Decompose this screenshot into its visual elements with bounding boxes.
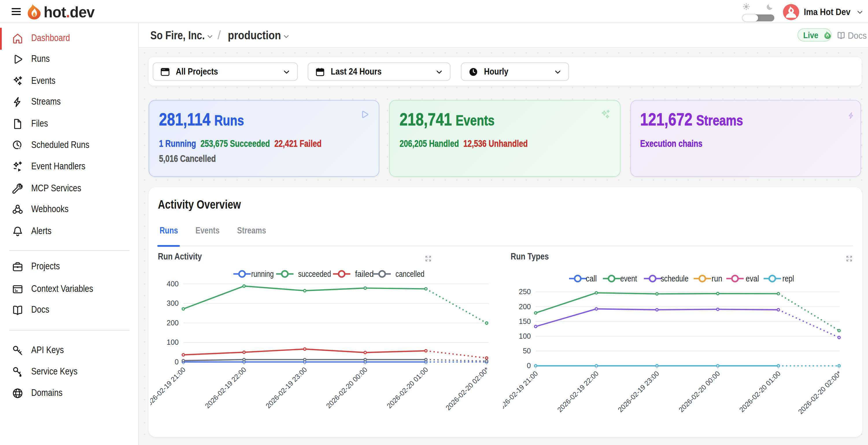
svg-text:2026-02-20 02:00*: 2026-02-20 02:00* (797, 369, 843, 416)
svg-text:400: 400 (166, 280, 179, 288)
svg-text:succeeded: succeeded (298, 269, 331, 279)
svg-text:2026-02-20 00:00: 2026-02-20 00:00 (677, 369, 721, 414)
svg-text:100: 100 (166, 338, 179, 346)
svg-text:2026-02-20 01:00: 2026-02-20 01:00 (738, 369, 782, 414)
svg-text:0: 0 (527, 361, 531, 370)
svg-text:2026-02-20 00:00: 2026-02-20 00:00 (324, 365, 369, 410)
svg-text:2026-02-20 01:00: 2026-02-20 01:00 (385, 365, 429, 410)
svg-text:2026-02-20 02:00*: 2026-02-20 02:00* (444, 365, 490, 412)
svg-text:2026-02-19 23:00: 2026-02-19 23:00 (616, 369, 660, 414)
svg-text:schedule: schedule (661, 274, 688, 283)
svg-text:150: 150 (519, 317, 531, 325)
svg-text:running: running (251, 269, 274, 279)
svg-text:50: 50 (523, 347, 531, 355)
svg-text:failed: failed (355, 269, 374, 279)
svg-text:200: 200 (166, 319, 179, 327)
svg-text:cancelled: cancelled (396, 269, 425, 279)
svg-text:repl: repl (782, 274, 794, 283)
svg-text:2026-02-19 21:00: 2026-02-19 21:00 (150, 365, 187, 410)
svg-text:2026-02-19 22:00: 2026-02-19 22:00 (203, 365, 248, 410)
svg-text:2026-02-19 22:00: 2026-02-19 22:00 (556, 369, 600, 414)
svg-text:0: 0 (175, 358, 179, 366)
svg-text:300: 300 (166, 299, 179, 307)
svg-text:eval: eval (746, 274, 759, 283)
svg-text:2026-02-19 21:00: 2026-02-19 21:00 (503, 369, 539, 414)
svg-text:run: run (712, 274, 722, 283)
svg-text:2026-02-19 23:00: 2026-02-19 23:00 (264, 365, 308, 410)
svg-text:250: 250 (519, 288, 531, 296)
svg-text:100: 100 (519, 332, 531, 340)
svg-text:call: call (586, 274, 597, 283)
svg-text:event: event (620, 274, 637, 283)
svg-text:200: 200 (519, 303, 531, 311)
